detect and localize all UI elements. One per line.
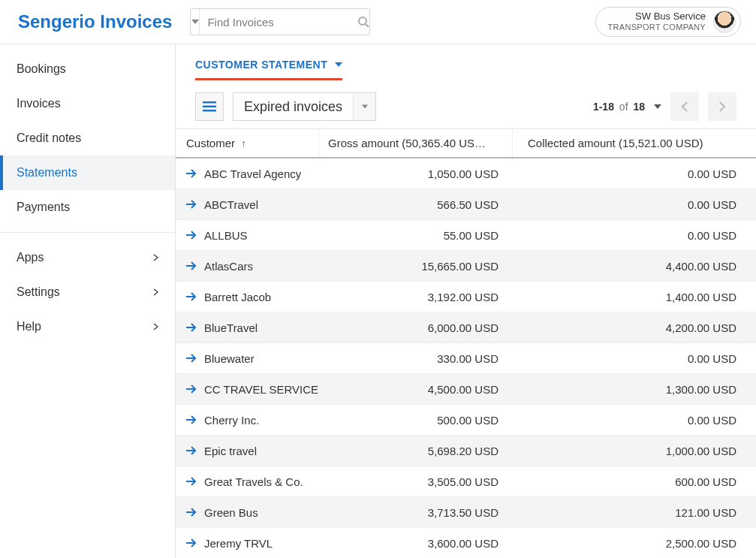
table-row[interactable]: Great Travels & Co.3,505.00 USD600.00 US… <box>176 466 756 497</box>
table-row[interactable]: CC TRAVEL SERVICE4,500.00 USD1,300.00 US… <box>176 374 756 405</box>
sort-asc-icon: ↑ <box>241 137 246 149</box>
page-total: 18 <box>633 101 645 113</box>
arrow-right-icon <box>186 169 197 178</box>
pagination: 1-18 of 18 <box>593 92 736 121</box>
customer-name: Cherry Inc. <box>204 414 259 427</box>
sidebar-item-label: Settings <box>17 285 60 299</box>
sidebar-item-settings[interactable]: Settings <box>0 275 175 309</box>
user-menu[interactable]: SW Bus Service TRANSPORT COMPANY <box>595 7 741 37</box>
caret-down-icon[interactable] <box>654 103 661 110</box>
sidebar-item-payments[interactable]: Payments <box>0 190 175 225</box>
sidebar-item-help[interactable]: Help <box>0 309 175 344</box>
search-filter-dropdown[interactable] <box>191 9 200 35</box>
table-row[interactable]: Epic travel5,698.20 USD1,000.00 USD <box>176 436 756 466</box>
user-subtitle: TRANSPORT COMPANY <box>608 23 706 32</box>
customer-name: Epic travel <box>204 445 257 457</box>
cell-collected: 600.00 USD <box>512 475 756 488</box>
sidebar-item-statements[interactable]: Statements <box>0 155 175 190</box>
cell-gross: 1,050.00 USD <box>318 167 512 180</box>
chevron-right-icon <box>718 101 726 112</box>
table-row[interactable]: ABCTravel566.50 USD0.00 USD <box>176 189 756 220</box>
cell-collected: 1,000.00 USD <box>512 445 756 457</box>
arrow-right-icon <box>186 477 197 486</box>
arrow-right-icon <box>186 200 197 209</box>
sidebar-item-apps[interactable]: Apps <box>0 240 175 275</box>
table-row[interactable]: AtlasCars15,665.00 USD4,400.00 USD <box>176 251 756 282</box>
column-collected[interactable]: Collected amount (15,521.00 USD) <box>512 129 756 157</box>
cell-collected: 0.00 USD <box>512 167 756 180</box>
cell-collected: 2,500.00 USD <box>512 537 756 550</box>
cell-customer: Cherry Inc. <box>176 414 318 427</box>
avatar <box>713 11 736 33</box>
chevron-right-icon <box>153 288 158 296</box>
cell-customer: BlueTravel <box>176 321 318 334</box>
arrow-right-icon <box>186 292 197 301</box>
list-menu-button[interactable] <box>195 92 224 121</box>
statements-table: Customer ↑ Gross amount (50,365.40 US… C… <box>176 128 756 558</box>
cell-gross: 15,665.00 USD <box>318 260 512 273</box>
main-content: CUSTOMER STATEMENT Expired invoices <box>176 44 756 558</box>
column-customer[interactable]: Customer ↑ <box>176 129 318 157</box>
table-row[interactable]: BlueTravel6,000.00 USD4,200.00 USD <box>176 312 756 343</box>
customer-name: CC TRAVEL SERVICE <box>204 383 318 396</box>
cell-collected: 4,200.00 USD <box>512 321 756 334</box>
cell-gross: 566.50 USD <box>318 198 512 211</box>
sidebar-item-label: Invoices <box>17 97 61 110</box>
toolbar: Expired invoices 1-18 of 18 <box>176 80 756 128</box>
cell-customer: ABC Travel Agency <box>176 167 318 180</box>
svg-point-0 <box>359 17 366 25</box>
cell-customer: CC TRAVEL SERVICE <box>176 383 318 396</box>
customer-name: Green Bus <box>204 506 258 519</box>
table-row[interactable]: Bluewater330.00 USD0.00 USD <box>176 343 756 374</box>
table-row[interactable]: Barrett Jacob3,192.00 USD1,400.00 USD <box>176 282 756 312</box>
cell-collected: 0.00 USD <box>512 414 756 427</box>
cell-gross: 3,713.50 USD <box>318 506 512 519</box>
sidebar-item-credit-notes[interactable]: Credit notes <box>0 121 175 155</box>
table-row[interactable]: ABC Travel Agency1,050.00 USD0.00 USD <box>176 158 756 189</box>
search-box <box>190 8 370 35</box>
svg-rect-4 <box>203 110 216 112</box>
column-gross[interactable]: Gross amount (50,365.40 US… <box>318 129 512 157</box>
arrow-right-icon <box>186 415 197 424</box>
cell-collected: 1,300.00 USD <box>512 383 756 396</box>
cell-customer: ABCTravel <box>176 198 318 211</box>
search-input[interactable] <box>200 16 357 29</box>
search-icon[interactable] <box>357 16 369 28</box>
cell-customer: Barrett Jacob <box>176 291 318 303</box>
cell-gross: 3,505.00 USD <box>318 475 512 488</box>
chevron-right-icon <box>153 254 158 261</box>
table-row[interactable]: Cherry Inc.500.00 USD0.00 USD <box>176 405 756 436</box>
tab-customer-statement[interactable]: CUSTOMER STATEMENT <box>195 59 342 80</box>
customer-name: ALLBUS <box>204 229 248 242</box>
table-row[interactable]: Jeremy TRVL3,600.00 USD2,500.00 USD <box>176 528 756 558</box>
cell-gross: 55.00 USD <box>318 229 512 242</box>
caret-down-icon <box>362 104 368 110</box>
filter-select[interactable]: Expired invoices <box>233 92 376 121</box>
page-of-text: of <box>619 101 628 113</box>
filter-caret[interactable] <box>353 93 375 120</box>
cell-collected: 0.00 USD <box>512 198 756 211</box>
caret-down-icon <box>191 18 199 26</box>
arrow-right-icon <box>186 261 197 270</box>
arrow-right-icon <box>186 231 197 240</box>
customer-name: ABCTravel <box>204 198 258 211</box>
sidebar-separator <box>0 232 175 233</box>
cell-customer: ALLBUS <box>176 229 318 242</box>
arrow-right-icon <box>186 354 197 363</box>
cell-gross: 5,698.20 USD <box>318 445 512 457</box>
next-page-button[interactable] <box>708 92 736 121</box>
table-row[interactable]: Green Bus3,713.50 USD121.00 USD <box>176 497 756 528</box>
filter-label: Expired invoices <box>233 93 353 120</box>
hamburger-icon <box>203 101 216 112</box>
sidebar-item-bookings[interactable]: Bookings <box>0 52 175 86</box>
sidebar-item-label: Payments <box>17 201 70 214</box>
customer-name: Jeremy TRVL <box>204 537 273 550</box>
prev-page-button[interactable] <box>670 92 699 121</box>
arrow-right-icon <box>186 538 197 547</box>
cell-collected: 0.00 USD <box>512 229 756 242</box>
cell-gross: 6,000.00 USD <box>318 321 512 334</box>
page-range: 1-18 <box>593 101 614 113</box>
sidebar-item-invoices[interactable]: Invoices <box>0 86 175 121</box>
customer-name: Barrett Jacob <box>204 291 271 303</box>
table-row[interactable]: ALLBUS55.00 USD0.00 USD <box>176 220 756 251</box>
